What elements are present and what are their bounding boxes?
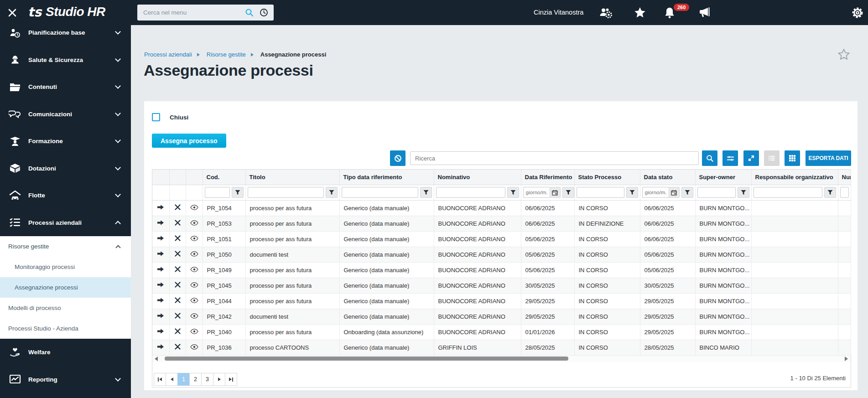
- eye-icon[interactable]: [190, 205, 198, 210]
- col-header-titolo[interactable]: Titolo: [245, 170, 339, 185]
- page-button-2[interactable]: 2: [189, 373, 202, 386]
- x-icon[interactable]: [175, 266, 181, 272]
- col-header-cod[interactable]: Cod.: [203, 170, 245, 185]
- delete-process-cell[interactable]: [169, 231, 186, 247]
- search-button[interactable]: [702, 150, 717, 166]
- view-process-cell[interactable]: [186, 324, 203, 340]
- col-header-data-stato[interactable]: Data stato: [640, 170, 695, 185]
- menu-search-input[interactable]: [137, 5, 242, 21]
- stato-filter-funnel-button[interactable]: [626, 187, 638, 198]
- sidebar-item-welfare[interactable]: Welfare: [0, 339, 131, 366]
- x-icon[interactable]: [175, 204, 181, 210]
- col-header-responsabile[interactable]: Responsabile organizzativo: [751, 170, 838, 185]
- scroll-left-arrow[interactable]: [155, 357, 158, 361]
- grid-view-button[interactable]: [785, 150, 800, 166]
- export-data-button[interactable]: ESPORTA DATI: [806, 150, 851, 166]
- col-header-super-owner[interactable]: Super-owner: [695, 170, 751, 185]
- data-stato-calendar-button[interactable]: [669, 187, 680, 198]
- arrow-right-icon[interactable]: [157, 235, 164, 241]
- view-process-cell[interactable]: [186, 231, 203, 247]
- table-row[interactable]: PR_1040 processo per ass futura Onboardi…: [152, 324, 851, 340]
- cod-filter-input[interactable]: [205, 187, 230, 198]
- view-process-cell[interactable]: [186, 216, 203, 231]
- announcements-megaphone-icon[interactable]: [698, 0, 712, 25]
- search-icon[interactable]: [245, 8, 254, 19]
- table-row[interactable]: PR_1036 processo CARTOONS Generico (data…: [152, 340, 851, 355]
- delete-process-cell[interactable]: [169, 216, 186, 231]
- sidebar-item-contenuti[interactable]: Contenuti: [0, 73, 131, 101]
- table-row[interactable]: PR_1051 processo per ass futura Generico…: [152, 231, 851, 247]
- delete-process-cell[interactable]: [169, 340, 186, 355]
- data-stato-filter-input[interactable]: [642, 187, 669, 198]
- nominativo-filter-funnel-button[interactable]: [507, 187, 519, 198]
- delete-process-cell[interactable]: [169, 324, 186, 340]
- x-icon[interactable]: [175, 344, 181, 350]
- nominativo-filter-input[interactable]: [436, 187, 505, 198]
- col-header-data-riferimento[interactable]: Data Riferimento: [521, 170, 574, 185]
- tipo-filter-input[interactable]: [342, 187, 418, 198]
- col-header-nominativo[interactable]: Nominativo: [434, 170, 521, 185]
- sidebar-item-modelli-di-processo[interactable]: Modelli di processo: [0, 298, 131, 318]
- delete-process-cell[interactable]: [169, 309, 186, 324]
- super-owner-filter-input[interactable]: [697, 187, 736, 198]
- responsabile-filter-input[interactable]: [754, 187, 822, 198]
- table-row[interactable]: PR_1050 documenti test Generico (data ma…: [152, 247, 851, 262]
- prev-page-button[interactable]: [166, 373, 178, 386]
- eye-icon[interactable]: [190, 267, 198, 272]
- scrollbar-thumb[interactable]: [165, 357, 568, 361]
- col-header-tipo-data[interactable]: Tipo data riferimento: [339, 170, 434, 185]
- table-row[interactable]: PR_1042 documenti test Generico (data ma…: [152, 309, 851, 324]
- x-icon[interactable]: [175, 220, 181, 226]
- open-process-cell[interactable]: [152, 309, 169, 324]
- delete-process-cell[interactable]: [169, 200, 186, 216]
- breadcrumb-link-risorse-gestite[interactable]: Risorse gestite: [207, 51, 246, 58]
- eye-icon[interactable]: [190, 329, 198, 334]
- grid-search-input[interactable]: [410, 151, 699, 165]
- x-icon[interactable]: [175, 313, 181, 319]
- sidebar-item-salute-sicurezza[interactable]: Salute & Sicurezza: [0, 47, 131, 74]
- eye-icon[interactable]: [190, 236, 198, 241]
- page-button-1[interactable]: 1: [177, 373, 190, 386]
- breadcrumb-link-processi-aziendali[interactable]: Processi aziendali: [144, 51, 192, 58]
- open-process-cell[interactable]: [152, 324, 169, 340]
- open-process-cell[interactable]: [152, 200, 169, 216]
- arrow-right-icon[interactable]: [157, 313, 164, 319]
- sidebar-item-reporting[interactable]: Reporting: [0, 366, 131, 393]
- last-page-button[interactable]: [225, 373, 237, 386]
- stato-filter-input[interactable]: [577, 187, 624, 198]
- arrow-right-icon[interactable]: [157, 220, 164, 226]
- sidebar-item-pianificazione-base[interactable]: Pianificazione base: [0, 25, 131, 47]
- open-process-cell[interactable]: [152, 293, 169, 309]
- data-riferimento-filter-input[interactable]: [523, 187, 550, 198]
- tipo-filter-funnel-button[interactable]: [420, 187, 432, 198]
- submenu-group-risorse-gestite[interactable]: Risorse gestite: [0, 236, 131, 257]
- x-icon[interactable]: [175, 251, 181, 257]
- sidebar-item-processi-studio-azienda[interactable]: Processi Studio - Azienda: [0, 318, 131, 339]
- detach-window-button[interactable]: [743, 150, 759, 166]
- table-row[interactable]: PR_1044 processo per ass futura Generico…: [152, 293, 851, 309]
- notifications-bell-icon[interactable]: [664, 0, 676, 25]
- titolo-filter-input[interactable]: [248, 187, 324, 198]
- open-process-cell[interactable]: [152, 262, 169, 278]
- first-page-button[interactable]: [154, 373, 166, 386]
- table-row[interactable]: PR_1053 processo per ass futura Generico…: [152, 216, 851, 231]
- chiusi-checkbox[interactable]: [152, 113, 160, 121]
- delete-process-cell[interactable]: [169, 247, 186, 262]
- arrow-right-icon[interactable]: [157, 297, 164, 303]
- cod-filter-funnel-button[interactable]: [232, 187, 244, 198]
- col-header-stato-processo[interactable]: Stato Processo: [574, 170, 640, 185]
- view-process-cell[interactable]: [186, 340, 203, 355]
- x-icon[interactable]: [175, 282, 181, 288]
- view-process-cell[interactable]: [186, 247, 203, 262]
- super-owner-filter-funnel-button[interactable]: [738, 187, 749, 198]
- eye-icon[interactable]: [190, 282, 198, 288]
- clear-filters-button[interactable]: [390, 150, 405, 166]
- data-riferimento-calendar-button[interactable]: [550, 187, 561, 198]
- sidebar-item-monitoraggio-processi[interactable]: Monitoraggio processi: [0, 257, 131, 277]
- delete-process-cell[interactable]: [169, 262, 186, 278]
- favorite-page-star-icon[interactable]: [837, 48, 851, 63]
- view-process-cell[interactable]: [186, 278, 203, 293]
- sidebar-item-assegnazione-processi[interactable]: Assegnazione processi: [0, 277, 131, 298]
- sidebar-item-formazione[interactable]: Formazione: [0, 128, 131, 155]
- table-row[interactable]: PR_1049 processo per ass futura Generico…: [152, 262, 851, 278]
